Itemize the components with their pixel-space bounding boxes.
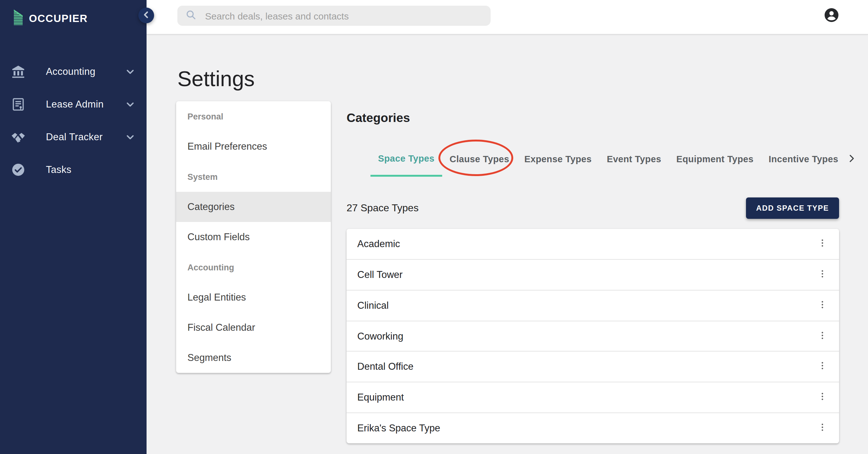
tab-incentive-types[interactable]: Incentive Types [761,141,846,177]
nav-item-fiscal-calendar[interactable]: Fiscal Calendar [176,313,331,343]
categories-panel-title: Categories [347,110,410,125]
nav-item-legal-entities[interactable]: Legal Entities [176,282,331,313]
tab-expense-types[interactable]: Expense Types [517,141,599,177]
category-tabs: Space Types Clause Types Expense Types E… [370,141,839,177]
chevron-right-icon [846,153,857,166]
tab-event-types[interactable]: Event Types [599,141,669,177]
list-item-clinical: Clinical [347,290,839,320]
sidebar-item-label: Deal Tracker [46,131,125,143]
tab-clause-types[interactable]: Clause Types [442,141,517,177]
chevron-down-icon [125,132,135,142]
nav-item-categories[interactable]: Categories [176,192,331,222]
sidebar-item-tasks[interactable]: Tasks [0,154,147,186]
row-menu-button[interactable] [814,267,830,282]
kebab-menu-icon [817,330,828,343]
handshake-icon [11,130,26,144]
sidebar-collapse-button[interactable] [138,7,154,23]
space-type-name: Dental Office [357,361,413,372]
account-circle-icon [824,15,839,25]
sidebar-item-label: Tasks [46,164,135,175]
nav-section-personal: Personal [176,101,331,131]
sidebar-item-accounting[interactable]: Accounting [0,55,147,88]
row-menu-button[interactable] [814,236,830,252]
list-item-coworking: Coworking [347,320,839,351]
space-type-name: Equipment [357,392,404,403]
nav-item-label: Email Preferences [187,141,267,152]
space-type-name: Coworking [357,330,403,342]
space-types-count: 27 Space Types [347,201,418,215]
occupier-logo-icon [14,9,23,28]
bank-icon [11,64,26,79]
space-type-name: Erika's Space Type [357,423,440,434]
global-search [177,6,491,26]
app-root: OCCUPIER Accounting [0,0,868,454]
section-label: System [187,172,218,182]
search-input[interactable] [205,10,483,21]
chevron-left-icon [142,10,151,21]
row-menu-button[interactable] [814,298,830,313]
row-menu-button[interactable] [814,421,830,436]
tabs-overflow-button[interactable] [846,153,857,165]
kebab-menu-icon [817,391,828,404]
nav-section-accounting: Accounting [176,252,331,282]
sidebar-item-label: Accounting [46,66,125,77]
kebab-menu-icon [817,238,828,250]
sidebar-nav: Accounting Lease Admin [0,55,147,186]
nav-item-label: Custom Fields [187,231,250,243]
row-menu-button[interactable] [814,390,830,405]
section-label: Personal [187,111,223,121]
list-item-erikas-space-type: Erika's Space Type [347,413,839,443]
sidebar-item-deal-tracker[interactable]: Deal Tracker [0,121,147,154]
settings-nav-card: Personal Email Preferences System Catego… [176,101,331,373]
account-menu-button[interactable] [824,7,839,23]
row-menu-button[interactable] [814,359,830,375]
content-area: Settings Personal Email Preferences Syst… [147,35,868,454]
nav-item-label: Categories [187,201,235,213]
lease-document-icon [11,97,26,112]
sidebar-item-lease-admin[interactable]: Lease Admin [0,88,147,121]
space-type-name: Cell Tower [357,269,403,281]
row-menu-button[interactable] [814,329,830,344]
top-bar [147,0,868,35]
nav-item-segments[interactable]: Segments [176,343,331,373]
tab-space-types[interactable]: Space Types [370,141,442,177]
list-item-dental-office: Dental Office [347,351,839,382]
sidebar-item-label: Lease Admin [46,99,125,110]
chevron-down-icon [125,99,135,109]
nav-section-system: System [176,162,331,192]
chevron-down-icon [125,67,135,77]
search-icon [185,8,197,23]
brand-logo: OCCUPIER [14,9,88,28]
add-space-type-button[interactable]: ADD SPACE TYPE [746,197,839,219]
sidebar: OCCUPIER Accounting [0,0,147,454]
kebab-menu-icon [817,268,828,281]
list-item-academic: Academic [347,229,839,259]
kebab-menu-icon [817,422,828,434]
check-circle-icon [11,162,26,177]
list-item-equipment: Equipment [347,382,839,413]
nav-item-label: Legal Entities [187,292,246,303]
list-item-cell-tower: Cell Tower [347,259,839,290]
kebab-menu-icon [817,361,828,373]
nav-item-email-preferences[interactable]: Email Preferences [176,131,331,162]
space-type-name: Academic [357,238,400,250]
nav-item-custom-fields[interactable]: Custom Fields [176,222,331,252]
nav-item-label: Segments [187,352,231,363]
section-label: Accounting [187,262,234,272]
nav-item-label: Fiscal Calendar [187,322,255,333]
tab-equipment-types[interactable]: Equipment Types [669,141,762,177]
space-types-list: Academic Cell Tower Clinical [347,229,839,443]
page-title: Settings [177,65,255,92]
kebab-menu-icon [817,299,828,312]
space-type-name: Clinical [357,300,389,311]
brand-name: OCCUPIER [29,12,88,25]
